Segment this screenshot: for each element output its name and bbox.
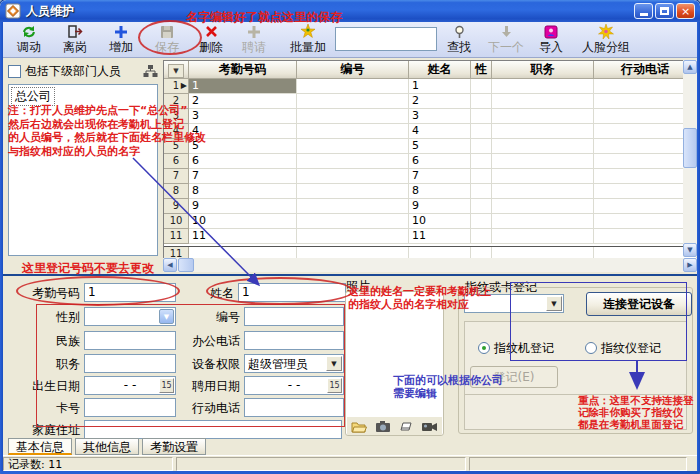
row-header[interactable]: 3 [164,109,189,124]
next-button[interactable]: 下一个 [483,24,529,56]
hire-button[interactable]: 聘请 [235,24,273,56]
table-cell[interactable]: 1 [189,79,297,94]
table-cell[interactable] [594,109,697,124]
table-cell[interactable]: 8 [409,184,471,199]
id-field[interactable] [244,307,344,326]
row-header[interactable]: 6 [164,154,189,169]
table-cell[interactable] [471,184,492,199]
table-cell[interactable]: 4 [409,124,471,139]
row-header[interactable]: 2 [164,94,189,109]
add-button[interactable]: 增加 [101,24,141,56]
table-cell[interactable]: 7 [189,169,297,184]
table-cell[interactable]: 2 [409,94,471,109]
row-header[interactable]: 1▶ [164,79,189,94]
chevron-down-icon[interactable]: ▼ [159,309,174,324]
table-cell[interactable]: 8 [189,184,297,199]
table-cell[interactable] [471,124,492,139]
table-row[interactable]: 888 [164,184,697,199]
table-cell[interactable] [297,229,409,244]
table-cell[interactable]: 7 [409,169,471,184]
table-cell[interactable] [471,229,492,244]
table-cell[interactable] [594,94,697,109]
open-folder-icon[interactable] [351,420,367,433]
table-row[interactable]: 101010 [164,214,697,229]
table-row[interactable]: 111111 [164,229,697,244]
table-cell[interactable]: 9 [189,199,297,214]
address-field[interactable] [84,420,342,439]
name-field[interactable]: 1 [238,283,346,302]
table-cell[interactable] [492,109,594,124]
table-cell[interactable] [594,139,697,154]
table-cell[interactable] [297,94,409,109]
table-row[interactable]: 777 [164,169,697,184]
table-cell[interactable] [297,154,409,169]
vertical-scroll-thumb[interactable] [683,128,697,168]
scroll-down-icon[interactable]: ▼ [683,243,697,257]
table-cell[interactable]: 10 [189,214,297,229]
table-cell[interactable] [297,109,409,124]
table-cell[interactable] [297,124,409,139]
connect-device-button[interactable]: 连接登记设备 [586,292,692,316]
table-cell[interactable] [594,79,697,94]
table-cell[interactable]: 6 [189,154,297,169]
org-chart-icon[interactable] [143,64,158,78]
calendar-icon[interactable]: 15 [159,378,174,393]
table-cell[interactable] [471,214,492,229]
table-cell[interactable] [594,199,697,214]
table-row[interactable]: 333 [164,109,697,124]
horizontal-scroll-thumb[interactable] [178,258,194,272]
delete-button[interactable]: 删除 [191,24,231,56]
table-cell[interactable] [471,199,492,214]
table-cell[interactable] [492,154,594,169]
vertical-scrollbar[interactable]: ▲ ▼ [683,60,697,257]
table-cell[interactable]: 6 [409,154,471,169]
horizontal-scrollbar[interactable]: ◀ ▶ [163,258,697,272]
table-cell[interactable] [492,79,594,94]
scroll-left-icon[interactable]: ◀ [163,258,177,272]
duty-field[interactable] [84,354,176,373]
table-cell[interactable] [492,94,594,109]
table-cell[interactable]: 4 [189,124,297,139]
device-priv-combobox[interactable]: 超级管理员▼ [244,354,344,373]
row-header[interactable]: 9 [164,199,189,214]
register-button[interactable]: 登记(E) [470,366,558,388]
column-header[interactable]: 姓名 [409,61,471,79]
table-cell[interactable]: 11 [189,229,297,244]
eraser-icon[interactable] [399,421,413,432]
table-cell[interactable] [471,169,492,184]
table-cell[interactable] [471,79,492,94]
table-cell[interactable] [492,139,594,154]
table-cell[interactable]: 5 [409,139,471,154]
table-cell[interactable] [471,94,492,109]
table-cell[interactable]: 1 [409,79,471,94]
table-cell[interactable]: 2 [189,94,297,109]
column-header[interactable]: 考勤号码 [189,61,297,79]
table-cell[interactable]: 5 [189,139,297,154]
gender-combobox[interactable]: ▼ [84,307,176,326]
tab-attendance-settings[interactable]: 考勤设置 [142,438,206,455]
device-combobox[interactable]: ▼ [464,294,564,313]
face-group-button[interactable]: 人脸分组 [575,24,637,56]
table-cell[interactable] [594,169,697,184]
table-cell[interactable] [492,124,594,139]
table-cell[interactable] [594,154,697,169]
table-cell[interactable] [297,184,409,199]
app-icon[interactable] [5,3,21,19]
column-header[interactable]: 编号 [297,61,409,79]
radio-fingerprint-machine[interactable]: 指纹机登记 [478,340,554,357]
row-header[interactable]: 8 [164,184,189,199]
minimize-button[interactable] [634,3,653,19]
column-header[interactable]: 行动电话 [594,61,697,79]
card-no-field[interactable] [84,398,176,417]
tab-other-info[interactable]: 其他信息 [75,438,139,455]
table-row[interactable]: 444 [164,124,697,139]
include-sub-checkbox[interactable] [8,65,21,78]
table-row[interactable]: 999 [164,199,697,214]
table-cell[interactable] [594,229,697,244]
office-phone-field[interactable] [244,331,344,350]
table-cell[interactable] [492,214,594,229]
table-row[interactable]: 555 [164,139,697,154]
table-cell[interactable] [594,184,697,199]
transfer-button[interactable]: 调动 [9,24,49,56]
calendar-icon[interactable]: 15 [327,378,342,393]
